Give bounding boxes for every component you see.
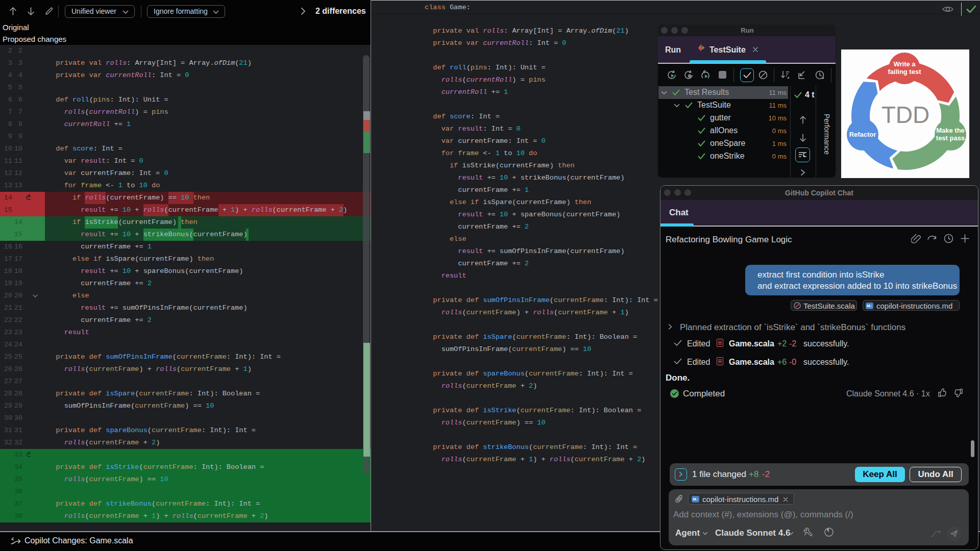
svg-text:Write a: Write a: [893, 60, 916, 68]
svg-text:Make the: Make the: [936, 127, 965, 134]
svg-text:failing test: failing test: [888, 68, 921, 76]
svg-text:Refactor: Refactor: [849, 131, 876, 138]
svg-text:TDD: TDD: [881, 102, 930, 128]
svg-text:test pass: test pass: [936, 134, 965, 142]
